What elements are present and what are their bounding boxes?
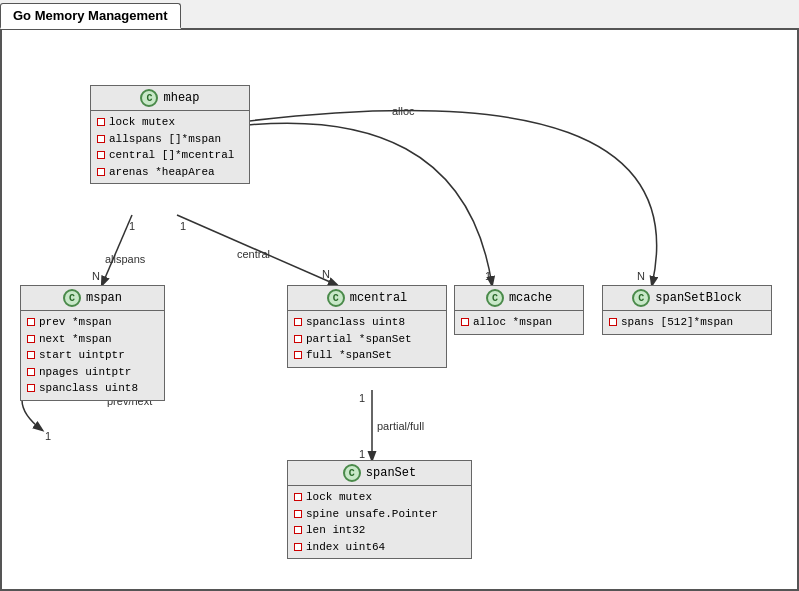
field-text: alloc *mspan	[473, 314, 552, 331]
class-mheap-header: C mheap	[91, 86, 249, 111]
field-text: arenas *heapArea	[109, 164, 215, 181]
field-spansetblock-0: spans [512]*mspan	[609, 314, 765, 331]
class-spansetblock-body: spans [512]*mspan	[603, 311, 771, 334]
field-text: start uintptr	[39, 347, 125, 364]
class-name-mcache: mcache	[509, 291, 552, 305]
svg-text:1: 1	[359, 392, 365, 404]
field-text: full *spanSet	[306, 347, 392, 364]
class-icon-mcache: C	[486, 289, 504, 307]
field-text: prev *mspan	[39, 314, 112, 331]
class-spansetblock-header: C spanSetBlock	[603, 286, 771, 311]
field-icon	[27, 318, 35, 326]
svg-text:1: 1	[45, 430, 51, 442]
field-text: allspans []*mspan	[109, 131, 221, 148]
class-mspan-body: prev *mspan next *mspan start uintptr np…	[21, 311, 164, 400]
field-icon	[294, 318, 302, 326]
field-text: partial *spanSet	[306, 331, 412, 348]
field-icon	[294, 335, 302, 343]
field-text: npages uintptr	[39, 364, 131, 381]
field-mheap-3: arenas *heapArea	[97, 164, 243, 181]
class-mheap: C mheap lock mutex allspans []*mspan cen…	[90, 85, 250, 184]
tab-go-memory[interactable]: Go Memory Management	[0, 3, 181, 29]
field-spanset-2: len int32	[294, 522, 465, 539]
field-icon	[294, 351, 302, 359]
field-spanset-0: lock mutex	[294, 489, 465, 506]
field-mcentral-2: full *spanSet	[294, 347, 440, 364]
field-icon	[609, 318, 617, 326]
field-text: len int32	[306, 522, 365, 539]
class-icon-spanset: C	[343, 464, 361, 482]
svg-text:1: 1	[485, 270, 491, 282]
field-text: lock mutex	[109, 114, 175, 131]
svg-text:central: central	[237, 248, 270, 260]
class-mcache: C mcache alloc *mspan	[454, 285, 584, 335]
class-name-mspan: mspan	[86, 291, 122, 305]
field-icon	[97, 135, 105, 143]
class-icon-mheap: C	[140, 89, 158, 107]
field-icon	[294, 493, 302, 501]
field-icon	[294, 510, 302, 518]
class-spanset-header: C spanSet	[288, 461, 471, 486]
class-name-mheap: mheap	[163, 91, 199, 105]
field-icon	[97, 118, 105, 126]
field-text: spans [512]*mspan	[621, 314, 733, 331]
tab-bar: Go Memory Management	[0, 0, 799, 30]
class-icon-spansetblock: C	[632, 289, 650, 307]
field-text: spine unsafe.Pointer	[306, 506, 438, 523]
svg-text:allspans: allspans	[105, 253, 146, 265]
class-name-mcentral: mcentral	[350, 291, 408, 305]
class-mspan: C mspan prev *mspan next *mspan start ui…	[20, 285, 165, 401]
class-icon-mspan: C	[63, 289, 81, 307]
field-text: next *mspan	[39, 331, 112, 348]
field-text: spanclass uint8	[39, 380, 138, 397]
field-mcentral-1: partial *spanSet	[294, 331, 440, 348]
class-mcentral: C mcentral spanclass uint8 partial *span…	[287, 285, 447, 368]
field-icon	[27, 368, 35, 376]
svg-text:N: N	[322, 268, 330, 280]
field-text: lock mutex	[306, 489, 372, 506]
field-mcache-0: alloc *mspan	[461, 314, 577, 331]
field-mspan-3: npages uintptr	[27, 364, 158, 381]
class-mspan-header: C mspan	[21, 286, 164, 311]
svg-line-0	[102, 215, 132, 285]
field-mcentral-0: spanclass uint8	[294, 314, 440, 331]
field-icon	[27, 384, 35, 392]
field-mheap-0: lock mutex	[97, 114, 243, 131]
svg-text:N: N	[92, 270, 100, 282]
class-spanset: C spanSet lock mutex spine unsafe.Pointe…	[287, 460, 472, 559]
class-mcentral-body: spanclass uint8 partial *spanSet full *s…	[288, 311, 446, 367]
tab-label: Go Memory Management	[13, 8, 168, 23]
svg-text:1: 1	[180, 220, 186, 232]
field-mspan-4: spanclass uint8	[27, 380, 158, 397]
svg-text:partial/full: partial/full	[377, 420, 424, 432]
svg-text:N: N	[637, 270, 645, 282]
class-spansetblock: C spanSetBlock spans [512]*mspan	[602, 285, 772, 335]
field-mspan-1: next *mspan	[27, 331, 158, 348]
field-spanset-3: index uint64	[294, 539, 465, 556]
field-icon	[97, 168, 105, 176]
class-name-spansetblock: spanSetBlock	[655, 291, 741, 305]
field-mspan-2: start uintptr	[27, 347, 158, 364]
field-mheap-2: central []*mcentral	[97, 147, 243, 164]
field-icon	[294, 526, 302, 534]
svg-text:1: 1	[359, 448, 365, 460]
class-name-spanset: spanSet	[366, 466, 416, 480]
class-mheap-body: lock mutex allspans []*mspan central []*…	[91, 111, 249, 183]
field-icon	[27, 335, 35, 343]
field-text: index uint64	[306, 539, 385, 556]
svg-text:1: 1	[129, 220, 135, 232]
field-text: central []*mcentral	[109, 147, 234, 164]
class-mcentral-header: C mcentral	[288, 286, 446, 311]
field-icon	[461, 318, 469, 326]
field-icon	[97, 151, 105, 159]
class-mcache-body: alloc *mspan	[455, 311, 583, 334]
field-spanset-1: spine unsafe.Pointer	[294, 506, 465, 523]
field-icon	[294, 543, 302, 551]
field-text: spanclass uint8	[306, 314, 405, 331]
field-mheap-1: allspans []*mspan	[97, 131, 243, 148]
class-mcache-header: C mcache	[455, 286, 583, 311]
class-icon-mcentral: C	[327, 289, 345, 307]
field-mspan-0: prev *mspan	[27, 314, 158, 331]
field-icon	[27, 351, 35, 359]
class-spanset-body: lock mutex spine unsafe.Pointer len int3…	[288, 486, 471, 558]
